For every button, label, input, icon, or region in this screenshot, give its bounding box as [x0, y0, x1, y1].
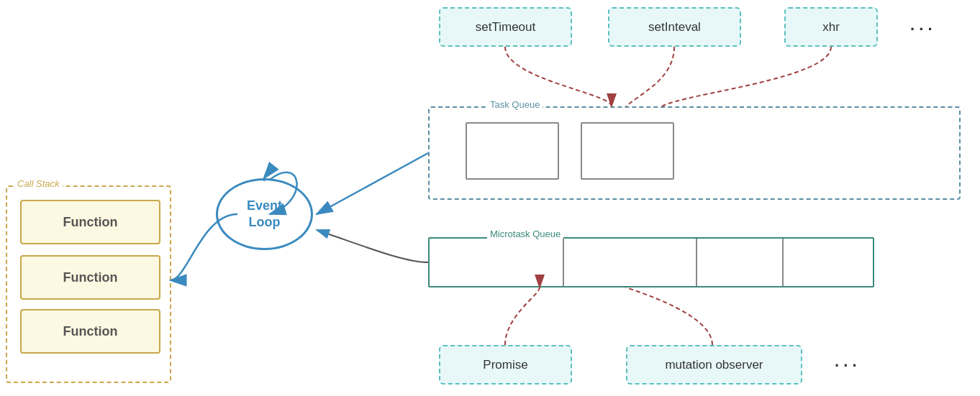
xhr-box: xhr: [784, 7, 878, 47]
promise-box: Promise: [439, 345, 572, 385]
function-box-3: Function: [20, 309, 160, 354]
call-stack-label: Call Stack: [14, 178, 63, 189]
api-dots: · · ·: [910, 20, 933, 39]
microtask-divider-1: [563, 239, 564, 286]
mutation-observer-label: mutation observer: [665, 358, 763, 372]
microtask-divider-2: [696, 239, 697, 286]
microtask-queue: Microtask Queue: [428, 237, 874, 287]
microtask-divider-3: [782, 239, 784, 286]
setinterval-box: setInteval: [608, 7, 741, 47]
task-box-2: [581, 122, 674, 180]
call-stack: Call Stack Function Function Function: [6, 185, 171, 383]
task-box-1: [466, 122, 559, 180]
microtask-queue-label: Microtask Queue: [487, 229, 563, 239]
promise-label: Promise: [483, 358, 527, 372]
task-queue-label: Task Queue: [487, 99, 543, 110]
event-loop-diagram: setTimeout setInteval xhr · · · Task Que…: [0, 0, 980, 396]
settimeout-label: setTimeout: [476, 20, 535, 34]
function-box-1: Function: [20, 200, 160, 244]
mutation-observer-box: mutation observer: [626, 345, 802, 385]
task-queue: Task Queue: [428, 106, 961, 200]
settimeout-box: setTimeout: [439, 7, 572, 47]
setinterval-label: setInteval: [648, 20, 701, 34]
event-loop-label: EventLoop: [247, 198, 282, 231]
bottom-dots: · · ·: [835, 356, 857, 375]
event-loop-circle: EventLoop: [216, 178, 313, 250]
xhr-label: xhr: [822, 20, 840, 34]
function-box-2: Function: [20, 255, 160, 300]
